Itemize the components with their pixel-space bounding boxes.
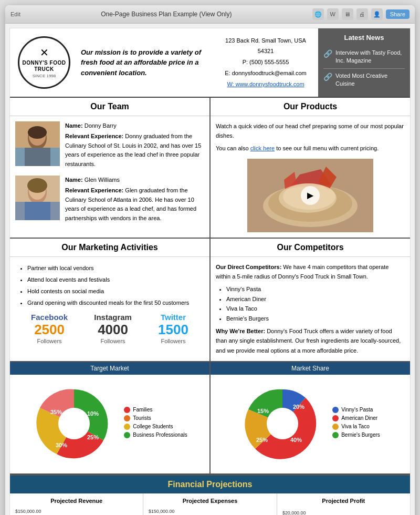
marketing-list: Partner with local vendors Attend local … [18,262,202,308]
share-button[interactable]: Share [386,9,410,19]
twitter-name: Twitter [158,313,188,322]
header-row: ✕ DONNY'S FOOD TRUCK SINCE 1998 Our miss… [10,28,410,98]
toolbar-right: 🌐 W 🖥 🖨 👤 Share [312,8,410,20]
news-item-1: 🔗 Interview with Tasty Food, Inc. Magazi… [323,46,405,69]
window-title: One-Page Business Plan Example (View Onl… [20,11,312,18]
member-exp-donny: Relevant Experience: Donny graduated fro… [65,132,204,169]
legend-vinnys: Vinny's Pasta [332,407,380,413]
legend-dot-tourists [124,415,130,421]
header-left: ✕ DONNY'S FOOD TRUCK SINCE 1998 Our miss… [10,28,318,97]
instagram-stats: Instagram 4000 Followers [94,313,132,344]
team-products-row: Our Team [10,98,410,239]
svg-text:25%: 25% [256,437,268,443]
svg-text:$20,000.00: $20,000.00 [282,510,306,515]
marketing-item-2: Attend local events and festivals [27,274,202,285]
revenue-chart: Projected Revenue $150,000.00 $100,000.0… [10,493,143,515]
competitors-content: Our Direct Competitors: We have 4 main c… [211,257,410,361]
logo-area: ✕ DONNY'S FOOD TRUCK SINCE 1998 [15,35,73,90]
team-member-1: Name: Donny Barry Relevant Experience: D… [15,121,204,169]
legend-dot-bernies [332,432,339,438]
market-share-legend: Vinny's Pasta American Diner Viva la Tac… [332,407,380,440]
logo: ✕ DONNY'S FOOD TRUCK SINCE 1998 [18,36,70,89]
member-info-donny: Name: Donny Barry Relevant Experience: D… [65,121,204,169]
monitor-icon[interactable]: 🖥 [342,8,353,20]
products-desc: Watch a quick video of our head chef pre… [216,121,405,141]
marketing-competitors-row: Our Marketing Activities Partner with lo… [10,239,410,362]
svg-text:30%: 30% [56,442,67,448]
contact-website[interactable]: W: www.donnysfoodtruck.com [218,79,313,90]
legend-dot-college [124,424,130,430]
products-content: Watch a quick video of our head chef pre… [211,116,410,238]
news-text-1: Interview with Tasty Food, Inc. Magazine [335,49,405,65]
main-window: Edit One-Page Business Plan Example (Vie… [5,5,415,515]
svg-point-26 [267,408,298,439]
svg-text:25%: 25% [87,434,99,440]
marketing-item-1: Partner with local vendors [27,262,202,274]
news-panel: Latest News 🔗 Interview with Tasty Food,… [318,28,410,97]
financial-header: Financial Projections [10,476,410,493]
svg-point-4 [28,126,47,139]
document-body: ✕ DONNY'S FOOD TRUCK SINCE 1998 Our miss… [9,28,411,515]
legend-american-diner: American Diner [332,415,380,421]
legend-business: Business Professionals [124,432,187,438]
svg-point-10 [27,178,47,193]
target-market-pie: 10% 25% 30% 35% [32,382,116,466]
facebook-stats: Facebook 2500 Followers [31,313,68,344]
competitors-section: Our Competitors Our Direct Competitors: … [211,239,410,361]
click-here-link[interactable]: click here [250,145,275,151]
profit-title: Projected Profit [281,498,406,504]
revenue-svg: $150,000.00 $100,000.00 $50,000.00 $0.00… [14,506,139,515]
target-market-content: 10% 25% 30% 35% Families Tourists [10,379,209,468]
marketing-content: Partner with local vendors Attend local … [10,257,209,352]
target-market-legend: Families Tourists College Students [124,407,187,440]
twitter-count: 1500 [158,322,188,338]
w-icon[interactable]: W [327,8,339,20]
market-share-header: Market Share [211,362,410,375]
target-market-header: Target Market [10,362,209,375]
play-button[interactable]: ▶ [301,186,320,205]
competitor-1: Vinny's Pasta [226,284,405,294]
contact-area: 123 Back Rd. Small Town, USA 54321 P: (5… [218,35,313,90]
contact-address: 123 Back Rd. Small Town, USA 54321 [218,35,313,57]
svg-rect-11 [25,202,50,220]
svg-rect-5 [25,148,50,166]
facebook-name: Facebook [31,313,68,322]
link-icon-2: 🔗 [323,72,332,83]
twitter-stats: Twitter 1500 Followers [158,313,188,344]
svg-text:40%: 40% [290,437,302,443]
video-thumbnail[interactable]: ▶ [247,159,373,232]
social-stats: Facebook 2500 Followers Instagram 4000 F… [18,308,202,346]
market-share-content: 20% 40% 25% 15% Vinny's Pasta American D… [211,379,410,468]
svg-text:35%: 35% [50,409,62,415]
svg-text:$150,000.00: $150,000.00 [15,508,41,513]
legend-college: College Students [124,424,187,430]
pie-charts-row: Target Market [10,362,410,475]
profit-svg: $20,000.00 $10,000.00 $0.00 -$10,000.00 … [281,506,406,515]
products-click: You can also click here to see our full … [216,143,405,153]
edit-button[interactable]: Edit [10,11,20,17]
logo-since: SINCE 1998 [33,74,56,78]
legend-dot-viva [332,424,339,430]
contact-email: E: donnysfoodtruck@email.com [218,68,313,79]
print-icon[interactable]: 🖨 [356,8,368,20]
person-icon[interactable]: 👤 [371,8,383,20]
competitors-list: Vinny's Pasta American Diner Viva la Tac… [216,284,405,324]
logo-name: DONNY'S FOOD TRUCK [19,60,69,73]
svg-point-21 [58,408,90,439]
market-share-pie: 20% 40% 25% 15% [240,382,324,466]
marketing-header: Our Marketing Activities [10,239,209,257]
legend-tourists: Tourists [124,415,187,421]
title-bar: Edit One-Page Business Plan Example (Vie… [5,5,415,24]
legend-dot-american-diner [332,415,339,421]
legend-viva: Viva la Taco [332,424,380,430]
competitor-3: Viva la Taco [226,304,405,314]
member-info-glen: Name: Glen Williams Relevant Experience:… [65,176,204,223]
facebook-label: Followers [31,338,68,344]
logo-icon: ✕ [40,46,49,59]
svg-text:$150,000.00: $150,000.00 [149,508,174,513]
globe-icon[interactable]: 🌐 [312,8,324,20]
expenses-svg: $150,000.00 $100,000.00 $50,000.00 $0.00… [148,506,272,515]
revenue-title: Projected Revenue [14,498,139,504]
news-title: Latest News [323,34,405,42]
instagram-count: 4000 [94,322,132,338]
